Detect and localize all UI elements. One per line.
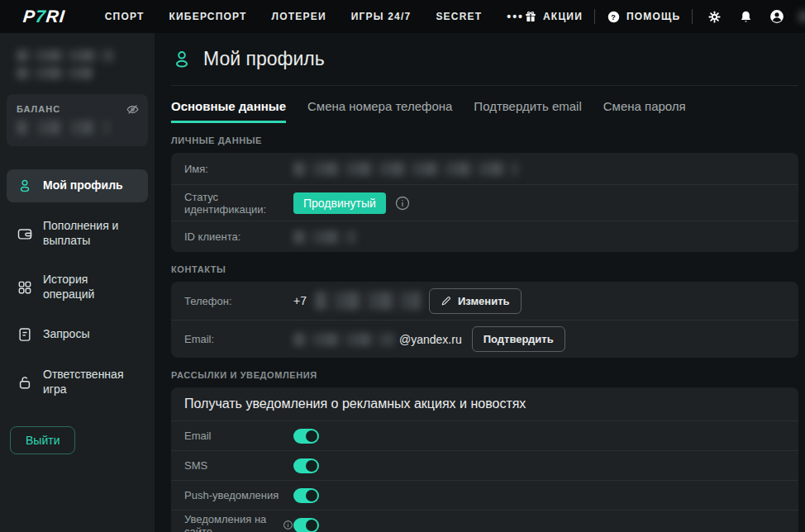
sidebar-item-deposits[interactable]: Пополнения и выплаты bbox=[7, 211, 148, 256]
main-content: Мой профиль Основные данные Смена номера… bbox=[155, 33, 805, 532]
phone-row: Телефон: +7 Изменить bbox=[171, 282, 798, 320]
email-toggle[interactable] bbox=[293, 429, 319, 444]
account-avatar-icon[interactable] bbox=[767, 7, 787, 26]
personal-data-card: Имя: Статус идентификации: Продвинутый I… bbox=[171, 153, 798, 252]
divider bbox=[692, 9, 693, 24]
pari-logo[interactable]: P7RI bbox=[22, 7, 66, 26]
profile-tabs: Основные данные Смена номера телефона По… bbox=[171, 88, 798, 123]
notif-row-email: Email bbox=[171, 420, 798, 450]
balance-eye-off-icon[interactable] bbox=[126, 102, 140, 116]
email-row: Email: @yandex.ru Подтвердить bbox=[171, 320, 798, 358]
page-header: Мой профиль bbox=[171, 48, 798, 70]
page-title: Мой профиль bbox=[203, 48, 325, 70]
nav-item-cybersport[interactable]: КИБЕРСПОРТ bbox=[169, 11, 247, 22]
settings-gear-icon[interactable] bbox=[704, 7, 724, 26]
nav-item-secret[interactable]: SECRET bbox=[436, 11, 482, 22]
svg-text:?: ? bbox=[611, 12, 616, 21]
promotions-link[interactable]: АКЦИИ bbox=[524, 10, 583, 23]
wallet-icon bbox=[17, 226, 33, 242]
section-personal-data: ЛИЧНЫЕ ДАННЫЕ bbox=[171, 135, 798, 145]
notif-row-push: Push-уведомления bbox=[171, 480, 798, 510]
sidebar-item-requests[interactable]: Запросы bbox=[7, 318, 148, 351]
tab-main-data[interactable]: Основные данные bbox=[171, 88, 286, 123]
top-navigation: P7RI СПОРТ КИБЕРСПОРТ ЛОТЕРЕИ ИГРЫ 24/7 … bbox=[0, 0, 805, 33]
email-value-masked bbox=[293, 333, 394, 346]
notifications-bell-icon[interactable] bbox=[736, 7, 755, 26]
phone-prefix: +7 bbox=[293, 294, 307, 307]
nav-more-menu[interactable]: ••• bbox=[507, 10, 524, 23]
section-contacts: КОНТАКТЫ bbox=[171, 264, 798, 274]
sidebar-menu: Мой профиль Пополнения и выплаты История… bbox=[7, 169, 148, 405]
person-icon bbox=[17, 178, 33, 194]
document-icon bbox=[17, 326, 33, 343]
notifications-header: Получать уведомления о рекламных акциях … bbox=[171, 387, 798, 420]
balance-label: БАЛАНС bbox=[17, 104, 138, 114]
toggle-knob bbox=[306, 490, 317, 501]
sidebar-item-profile[interactable]: Мой профиль bbox=[7, 169, 148, 202]
phone-value-masked bbox=[315, 292, 421, 310]
confirm-email-button[interactable]: Подтвердить bbox=[472, 326, 565, 352]
client-id-masked bbox=[293, 230, 356, 244]
email-suffix: @yandex.ru bbox=[399, 333, 462, 346]
push-toggle[interactable] bbox=[293, 488, 319, 503]
header-divider bbox=[171, 85, 798, 86]
info-icon[interactable] bbox=[283, 520, 293, 530]
sidebar-username-masked bbox=[7, 50, 148, 79]
topnav-right: АКЦИИ ? ПОМОЩЬ bbox=[524, 7, 805, 26]
notif-row-sms: SMS bbox=[171, 450, 798, 480]
sidebar: БАЛАНС Мой профиль Пополнения и выплаты bbox=[0, 33, 155, 532]
divider bbox=[594, 9, 595, 24]
section-notifications: РАССЫЛКИ И УВЕДОМЛЕНИЯ bbox=[171, 370, 798, 380]
tab-confirm-email[interactable]: Подтвердить email bbox=[474, 88, 581, 123]
lock-icon bbox=[17, 374, 33, 391]
toggle-knob bbox=[306, 430, 317, 442]
sidebar-item-history[interactable]: История операций bbox=[7, 264, 148, 310]
site-notifications-toggle[interactable] bbox=[293, 518, 319, 532]
client-id-row: ID клиента: bbox=[171, 221, 798, 252]
contacts-card: Телефон: +7 Изменить Email: @yande bbox=[171, 282, 798, 358]
tab-change-phone[interactable]: Смена номера телефона bbox=[307, 88, 452, 123]
grid-icon bbox=[17, 279, 33, 296]
nav-item-sport[interactable]: СПОРТ bbox=[105, 11, 145, 22]
balance-value-masked bbox=[17, 121, 109, 135]
toggle-knob bbox=[306, 520, 317, 531]
notif-row-site: Уведомления на сайте bbox=[171, 510, 798, 532]
sidebar-item-responsible-gaming[interactable]: Ответственная игра bbox=[7, 359, 148, 405]
name-value-masked bbox=[293, 162, 518, 176]
nav-item-games247[interactable]: ИГРЫ 24/7 bbox=[351, 11, 412, 22]
gift-icon bbox=[524, 10, 537, 23]
name-row: Имя: bbox=[171, 153, 798, 184]
pencil-icon bbox=[441, 295, 452, 306]
info-icon[interactable] bbox=[394, 195, 411, 211]
notifications-card: Получать уведомления о рекламных акциях … bbox=[171, 387, 798, 532]
profile-person-icon bbox=[171, 49, 193, 70]
question-icon: ? bbox=[607, 10, 621, 24]
username-masked bbox=[798, 11, 805, 22]
logout-button[interactable]: Выйти bbox=[10, 426, 75, 454]
balance-card: БАЛАНС bbox=[7, 94, 148, 146]
identification-status-row: Статус идентификации: Продвинутый bbox=[171, 184, 798, 221]
sms-toggle[interactable] bbox=[293, 458, 319, 473]
toggle-knob bbox=[306, 460, 317, 472]
status-badge: Продвинутый bbox=[293, 192, 386, 214]
help-link[interactable]: ? ПОМОЩЬ bbox=[607, 10, 680, 24]
nav-item-lotteries[interactable]: ЛОТЕРЕИ bbox=[272, 11, 326, 22]
edit-phone-button[interactable]: Изменить bbox=[429, 288, 522, 314]
tab-change-password[interactable]: Смена пароля bbox=[603, 88, 686, 123]
